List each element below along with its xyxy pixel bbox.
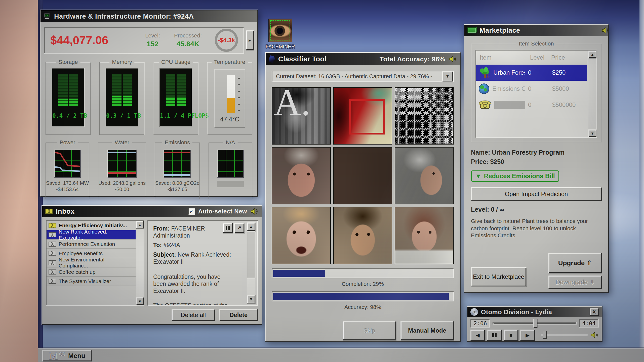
water-line2: -$0.00 (98, 187, 146, 192)
open-impact-prediction-button[interactable]: Open Impact Prediction (471, 187, 602, 201)
room-wall (0, 0, 38, 362)
processed-label: Processed: (174, 32, 202, 39)
redaction-bar (494, 101, 525, 109)
item-listbox: Item Level Price Urban Forestry Program … (475, 50, 597, 138)
face-image-cell[interactable] (395, 147, 454, 204)
mail-list-scrollbar[interactable]: ▲ ▼ (136, 221, 144, 305)
previous-button[interactable]: ◀ (470, 330, 485, 341)
face-image-cell[interactable] (333, 87, 392, 145)
volume-thumb[interactable] (543, 331, 547, 339)
scroll-up-button[interactable]: ▲ (136, 221, 144, 229)
item-detail-panel: Name: Urban Forestry Program Price: $250… (471, 149, 602, 239)
dataset-dropdown[interactable]: Current Dataset: 16.63GB - Authentic Cap… (272, 71, 454, 82)
subject-label: Subject: (153, 251, 176, 258)
up-arrow-icon: ▲ (138, 223, 142, 227)
scrollbar-track[interactable] (247, 278, 255, 295)
volume-slider[interactable] (541, 332, 588, 338)
popout-button[interactable]: ↗ (234, 223, 244, 233)
meter-water-label: Water (112, 139, 132, 146)
speaker-icon[interactable] (448, 55, 457, 63)
crt-screen: FACEMINER Hardware & Infrastructure Moni… (0, 0, 644, 362)
volume-track[interactable] (541, 334, 588, 336)
effect-badge: ▼ Reduces Emissions Bill (471, 170, 559, 182)
thermometer-ticks (238, 78, 240, 111)
face-image-cell[interactable] (333, 147, 392, 204)
stop-icon: ■ (509, 332, 512, 338)
manual-mode-button[interactable]: Manual Mode (400, 321, 454, 340)
gauge-memory-label: Memory (109, 59, 134, 65)
dropdown-arrow-button[interactable]: ▼ (442, 71, 453, 81)
pause-audio-button[interactable] (223, 223, 233, 233)
item-name: Emissions Credits (492, 85, 525, 92)
seek-thumb[interactable] (533, 319, 537, 328)
skip-button[interactable]: Skip (343, 321, 396, 340)
upgrade-button[interactable]: Upgrade ⇧ (548, 253, 602, 273)
speaker-icon[interactable] (590, 331, 599, 339)
marketplace-titlebar[interactable]: Marketplace (464, 25, 608, 36)
downgrade-button[interactable]: Downgrade ⇩ (548, 276, 602, 289)
mail-item-selected[interactable]: New Rank Achieved: Excavato... (47, 230, 136, 240)
down-arrow-icon: ▼ (249, 297, 253, 301)
mail-item[interactable]: Coffee catch up (47, 267, 136, 277)
reader-scrollbar[interactable]: ▲ ▼ (247, 222, 255, 303)
mail-item[interactable]: Performance Evaluation (47, 240, 136, 249)
face-image-cell[interactable] (272, 147, 331, 204)
face-image-cell[interactable] (333, 207, 392, 264)
pause-button[interactable] (487, 330, 502, 341)
money-icon (467, 27, 476, 33)
item-list-scrollbar[interactable]: ▲ ▼ (588, 51, 596, 137)
exit-to-marketplace-button[interactable]: Exit to Marketplace (471, 267, 526, 286)
overlay-letter: A. (274, 87, 310, 124)
item-row-redacted[interactable]: ☎ 0 $500000 (476, 97, 587, 113)
faceminer-eye-icon[interactable] (268, 19, 292, 42)
stats-next-page-button[interactable]: ► (246, 30, 254, 50)
item-row-selected[interactable]: Urban Forestry Program 0 $250 (476, 65, 587, 81)
play-button[interactable]: ▶ (520, 330, 535, 341)
water-graph (107, 150, 137, 178)
downgrade-label: Downgrade ⇩ (555, 279, 595, 286)
face-image-cell[interactable]: A. (272, 87, 331, 145)
scroll-up-button[interactable]: ▲ (247, 222, 255, 231)
scroll-down-button[interactable]: ▼ (588, 129, 596, 137)
computer-icon (44, 13, 51, 20)
item-selection-label: Item Selection (516, 40, 556, 47)
seek-slider[interactable] (493, 320, 577, 327)
item-row[interactable]: Emissions Credits 0 $5000 (476, 81, 587, 97)
item-price: $5000 (552, 85, 584, 92)
water-line1: Used: 2048.0 gallons (98, 180, 146, 186)
lcd-bar-column (58, 74, 68, 106)
mail-body-paragraph: The OFFSETS section of the Marketplace i… (153, 302, 233, 306)
autoselect-checkbox[interactable]: ✓ (188, 208, 195, 215)
scroll-up-button[interactable]: ▲ (588, 51, 596, 58)
inbox-titlebar[interactable]: Inbox ✓ Auto-select New (42, 206, 262, 217)
noise-image-cell[interactable] (395, 87, 454, 145)
face-image-cell[interactable] (395, 207, 454, 264)
scroll-down-button[interactable]: ▼ (247, 295, 255, 303)
thermometer-tube (227, 75, 235, 113)
desktop-icon-faceminer[interactable]: FACEMINER (265, 19, 296, 50)
classifier-titlebar[interactable]: Classifier Tool Total Accuracy: 96% (266, 53, 460, 65)
stop-button[interactable]: ■ (504, 330, 518, 341)
window-inbox: Inbox ✓ Auto-select New Energy Efficienc… (42, 205, 262, 325)
globe-icon (479, 83, 489, 94)
scroll-down-button[interactable]: ▼ (136, 297, 144, 305)
mail-item[interactable]: The System Visualizer (47, 277, 136, 286)
menu-button[interactable]: M OS Menu (42, 350, 92, 361)
player-titlebar[interactable]: Otomo Division - Lydia X (467, 307, 602, 317)
power-line1: Saved: 173.64 MW (46, 180, 89, 186)
scrollbar-track[interactable] (136, 229, 144, 297)
item-level: 0 (528, 101, 549, 108)
speaker-icon[interactable] (601, 26, 608, 35)
scrollbar-track[interactable] (588, 59, 596, 129)
menu-label: Menu (68, 352, 85, 360)
hardware-monitor-titlebar[interactable]: Hardware & Infrastructure Monitor: #924A (41, 10, 257, 22)
scrollbar-thumb[interactable] (247, 231, 255, 278)
delete-button[interactable]: Delete (219, 309, 258, 321)
mail-item[interactable]: New Environmental Complianc... (47, 258, 136, 267)
speaker-icon[interactable] (250, 207, 259, 216)
delete-all-button[interactable]: Delete all (172, 309, 215, 321)
close-button[interactable]: X (590, 308, 599, 316)
meter-emissions-label: Emissions (162, 139, 192, 146)
face-image-cell[interactable] (272, 207, 331, 264)
completion-label: Completion: 29% (266, 281, 460, 287)
